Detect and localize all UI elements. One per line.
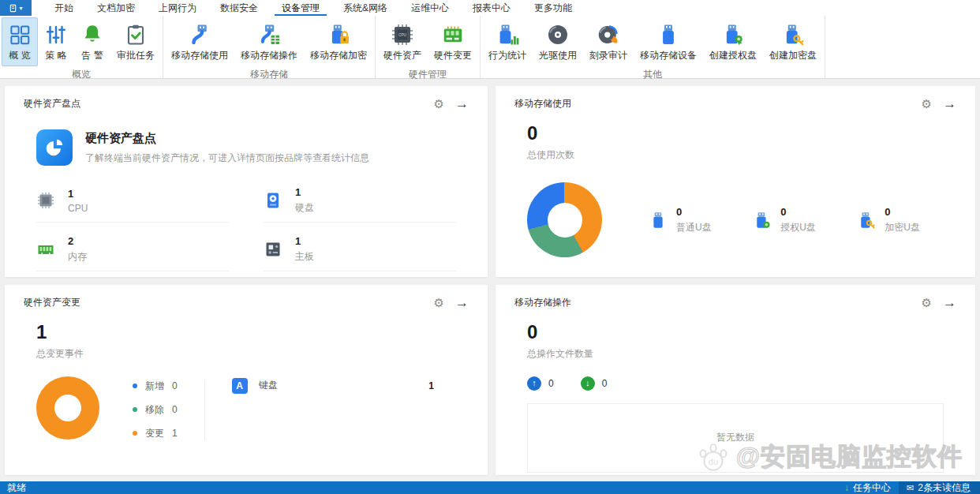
legend-dot <box>133 384 137 388</box>
ribbon-item-alert[interactable]: 告 警 <box>74 17 110 66</box>
clipboard-check-icon <box>124 23 148 47</box>
usb-drive-icon <box>648 210 668 230</box>
ribbon-item-usb-operation[interactable]: 移动存储操作 <box>234 17 304 66</box>
keyboard-badge-icon: A <box>232 378 248 394</box>
dashboard-content: 硬件资产盘点 ⚙ → 硬件资产盘点 了解终端当前硬件资产情况，可进入详情页面按品… <box>0 79 980 481</box>
task-download-icon: ↓ <box>844 482 849 493</box>
menu-item-web-behavior[interactable]: 上网行为 <box>147 0 208 16</box>
goto-detail-arrow-icon[interactable]: → <box>943 97 956 110</box>
goto-detail-arrow-icon[interactable]: → <box>455 296 469 309</box>
ribbon-item-create-authorized-disk[interactable]: 创建授权盘 <box>703 17 763 66</box>
ribbon-group-removable-storage: 移动存储使用 移动存储操作 移动存储加密 移动存储 <box>163 16 376 78</box>
panel-title: 硬件资产变更 <box>24 296 80 309</box>
menu-item-data-security[interactable]: 数据安全 <box>208 0 270 16</box>
panel-title: 移动存储使用 <box>514 97 571 110</box>
ribbon-group-hardware-management: CPU 硬件资产 硬件变更 硬件管理 <box>376 16 481 78</box>
pie-chart-app-icon <box>36 129 73 166</box>
hardware-change-donut-chart <box>36 376 99 440</box>
legend-dot <box>133 431 137 436</box>
cpu-chip-icon: CPU <box>391 23 414 47</box>
ribbon-group-overview: 概 览 策 略 告 警 审批任务 概览 <box>0 16 163 78</box>
status-bar: 就绪 ↓ 任务中心 ✉ 2条未读信息 <box>0 481 980 494</box>
ribbon-item-usb-devices[interactable]: 移动存储设备 <box>634 17 703 66</box>
menu-bar: ▾ 开始 文档加密 上网行为 数据安全 设备管理 系统&网络 运维中心 报表中心… <box>0 0 980 16</box>
hardware-change-legend: 新增 0 移除 0 变更 1 <box>133 380 178 440</box>
settings-gear-icon[interactable]: ⚙ <box>922 98 932 110</box>
total-usage-label: 总使用次数 <box>527 148 944 162</box>
goto-detail-arrow-icon[interactable]: → <box>943 296 956 309</box>
settings-gear-icon[interactable]: ⚙ <box>434 297 444 309</box>
task-center-button[interactable]: ↓ 任务中心 <box>836 481 899 494</box>
ribbon-empty-area <box>825 16 980 78</box>
unread-messages-button[interactable]: ✉ 2条未读信息 <box>899 481 980 494</box>
status-ready-text: 就绪 <box>7 481 26 494</box>
ribbon-item-create-encrypted-disk[interactable]: 创建加密盘 <box>763 17 823 66</box>
ribbon-item-usb-usage[interactable]: 移动存储使用 <box>165 17 234 66</box>
usb-award-icon <box>752 210 772 230</box>
usb-key-icon <box>856 210 877 230</box>
ribbon-item-policy[interactable]: 策 略 <box>38 17 74 66</box>
goto-detail-arrow-icon[interactable]: → <box>455 97 469 110</box>
ribbon-item-cd-usage[interactable]: 光驱使用 <box>533 17 583 66</box>
stat-cpu: 1CPU <box>36 186 229 223</box>
total-operation-value: 0 <box>527 322 944 342</box>
circuit-board-icon <box>441 23 465 47</box>
total-operation-label: 总操作文件数量 <box>527 347 944 361</box>
usb-lock-icon <box>327 23 350 47</box>
panel-hardware-inventory: 硬件资产盘点 ⚙ → 硬件资产盘点 了解终端当前硬件资产情况，可进入详情页面按品… <box>5 86 488 277</box>
total-usage-value: 0 <box>527 123 944 144</box>
ribbon-item-hardware-assets[interactable]: CPU 硬件资产 <box>377 17 428 66</box>
menu-item-report-center[interactable]: 报表中心 <box>461 0 522 16</box>
upload-count: ↑ 0 <box>527 376 554 391</box>
panel-hardware-change: 硬件资产变更 ⚙ → 1 总变更事件 新增 0 移除 <box>5 285 488 476</box>
stat-motherboard: 1主板 <box>264 235 456 271</box>
ribbon-item-burn-audit[interactable]: 刻录审计 <box>583 17 634 66</box>
menu-item-ops-center[interactable]: 运维中心 <box>399 0 461 16</box>
settings-gear-icon[interactable]: ⚙ <box>922 297 932 309</box>
cpu-stat-icon <box>36 191 55 210</box>
ribbon-item-behavior-stats[interactable]: 行为统计 <box>482 17 533 66</box>
usb-key-icon <box>781 23 805 47</box>
vertical-divider <box>204 380 205 440</box>
total-change-value: 1 <box>36 322 456 342</box>
empty-state-box: 暂无数据 <box>527 403 944 473</box>
motherboard-stat-icon <box>264 240 282 259</box>
total-change-label: 总变更事件 <box>36 347 456 361</box>
panel-usb-operation: 移动存储操作 ⚙ → 0 总操作文件数量 ↑ 0 ↓ 0 暂无数据 <box>496 285 975 476</box>
card-title: 硬件资产盘点 <box>85 131 369 146</box>
menu-item-more-features[interactable]: 更多功能 <box>522 0 584 16</box>
svg-text:CPU: CPU <box>398 33 407 37</box>
card-description: 了解终端当前硬件资产情况，可进入详情页面按品牌等查看统计信息 <box>85 152 369 165</box>
hardware-stats-grid: 1CPU 1硬盘 2内存 1主板 <box>36 186 456 277</box>
menu-item-doc-encryption[interactable]: 文档加密 <box>85 0 147 16</box>
usb-table-icon <box>257 23 281 47</box>
usb-cable-icon <box>188 23 211 47</box>
usb-usage-donut-chart <box>527 182 602 257</box>
up-arrow-icon: ↑ <box>527 376 541 391</box>
legend-added: 新增 0 <box>133 380 178 393</box>
ribbon-item-hardware-change[interactable]: 硬件变更 <box>428 17 478 66</box>
notebook-icon <box>9 4 17 13</box>
down-arrow-icon: ↓ <box>581 376 595 391</box>
menu-item-start[interactable]: 开始 <box>43 0 85 16</box>
download-count: ↓ 0 <box>581 376 608 391</box>
panel-title: 硬件资产盘点 <box>24 97 80 110</box>
empty-state-text: 暂无数据 <box>716 431 754 444</box>
legend-removed: 移除 0 <box>133 403 178 417</box>
settings-gear-icon[interactable]: ⚙ <box>434 98 444 110</box>
app-menu-button[interactable]: ▾ <box>0 0 32 16</box>
cd-burn-icon <box>597 23 620 47</box>
ribbon-item-approval-tasks[interactable]: 审批任务 <box>110 17 161 66</box>
bell-icon <box>80 23 104 47</box>
usb-usage-legend: 0普通U盘 0授权U盘 0加密U盘 <box>648 206 944 234</box>
menu-item-system-network[interactable]: 系统&网络 <box>331 0 399 16</box>
ribbon-item-overview[interactable]: 概 览 <box>2 17 38 66</box>
sliders-icon <box>44 23 68 47</box>
menu-item-device-management[interactable]: 设备管理 <box>270 0 331 16</box>
ribbon-item-usb-encryption[interactable]: 移动存储加密 <box>304 17 373 66</box>
usb-drive-icon <box>656 23 680 47</box>
stat-memory: 2内存 <box>36 235 229 271</box>
stat-disk: 1硬盘 <box>264 186 456 223</box>
caret-down-icon: ▾ <box>19 5 22 12</box>
cd-disc-icon <box>546 23 570 47</box>
